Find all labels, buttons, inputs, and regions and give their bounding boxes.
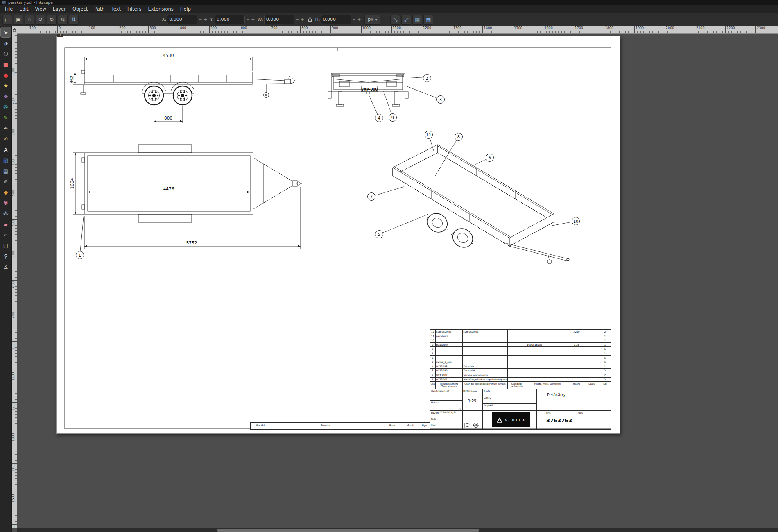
scale-stroke-button[interactable]: ⤡: [390, 15, 400, 25]
parts-table-row: 5runko_2_aks1: [430, 360, 611, 364]
parts-table-cell: 1: [430, 378, 436, 382]
ent-box: Ent. 3763763: [536, 410, 574, 430]
select-same-button[interactable]: ▣: [14, 15, 23, 25]
horizontal-scrollbar[interactable]: [17, 528, 778, 532]
ruler-origin-lock[interactable]: [11, 26, 17, 33]
rear-view[interactable]: VXP-000: [328, 73, 408, 106]
product-box: Peräkärry: [536, 389, 611, 411]
box3d-tool-icon: ❖: [3, 93, 8, 100]
h-spin-down-icon[interactable]: −: [352, 17, 356, 22]
logo-box: VERTEX: [482, 410, 537, 430]
spiral-tool[interactable]: ✇: [1, 102, 11, 112]
parts-table-cell: [463, 334, 508, 339]
pencil-tool[interactable]: ✎: [1, 113, 11, 122]
document-page[interactable]: 4530 362 800: [56, 36, 620, 434]
paint-bucket-tool[interactable]: ◆: [1, 187, 11, 197]
y-field-group: Y:−+: [210, 15, 255, 24]
ruler-tick: 800: [300, 26, 301, 33]
shape-builder-tool-icon: ⬡: [3, 51, 8, 57]
callout-number: 5: [378, 232, 380, 237]
node-tool[interactable]: ⬗: [1, 38, 11, 48]
parts-table-row: 3VXT3059Takavalot2: [430, 369, 611, 373]
side-view[interactable]: 4530 362 800: [69, 53, 295, 123]
parts-table-cell: 1: [599, 356, 611, 360]
unit-selector[interactable]: px ▾: [364, 15, 380, 25]
projekti-box: Projekti: [482, 403, 537, 411]
menu-item-object[interactable]: Object: [69, 5, 91, 13]
menu-item-layer[interactable]: Layer: [50, 5, 69, 13]
calligraphy-tool[interactable]: ✍: [1, 134, 11, 144]
callout-leader: [407, 86, 441, 100]
w-spin-down-icon[interactable]: −: [295, 17, 299, 22]
ruler-tick: 900: [11, 311, 17, 311]
horizontal-scrollbar-thumb[interactable]: [217, 529, 479, 532]
tweak-tool[interactable]: ✾: [1, 198, 11, 208]
shape-builder-tool[interactable]: ⬡: [1, 49, 11, 59]
y-spin-up-icon[interactable]: +: [251, 17, 255, 22]
rect-tool[interactable]: ■: [1, 59, 11, 69]
parts-table-cell: Laatu: [584, 382, 599, 389]
menu-item-filters[interactable]: Filters: [124, 5, 145, 13]
scale-gradients-button[interactable]: ▧: [412, 15, 422, 25]
menu-item-extensions[interactable]: Extensions: [145, 5, 176, 13]
revision-column-hyv: Hyv.: [419, 423, 430, 429]
title-block[interactable]: 12suorakulmiosuorakulmio2210211peralauta…: [430, 329, 611, 429]
selector-tool[interactable]: ➤: [1, 27, 11, 37]
parts-table-cell: [569, 356, 584, 360]
parts-table-cell: [508, 334, 526, 339]
eraser-tool[interactable]: ▰: [1, 219, 11, 229]
lock-ratio-button[interactable]: [307, 17, 313, 22]
vertical-ruler[interactable]: 1002003004005006007008009001000110012001…: [11, 33, 17, 528]
mesh-gradient-tool[interactable]: ▦: [1, 166, 11, 176]
zoom-tool[interactable]: ⚲: [1, 251, 11, 261]
ruler-tick: 1300: [11, 433, 17, 433]
spray-tool[interactable]: ⁂: [1, 208, 11, 218]
flip-horizontal-button[interactable]: ⇆: [58, 15, 68, 25]
menu-item-path[interactable]: Path: [91, 5, 108, 13]
pen-tool[interactable]: ✒: [1, 123, 11, 133]
measure-tool[interactable]: ∡: [1, 262, 11, 272]
parts-table-header: OsaPiirustusnumero TavaratunnusOsan tai …: [430, 382, 611, 389]
text-tool[interactable]: A: [1, 145, 11, 154]
hruler-minor-ticks: [17, 31, 778, 33]
scale-corners-button[interactable]: ⤢: [401, 15, 411, 25]
x-spin-up-icon[interactable]: +: [204, 17, 208, 22]
menu-item-text[interactable]: Text: [108, 5, 124, 13]
w-spin-up-icon[interactable]: +: [300, 17, 304, 22]
ruler-tick: 500: [11, 189, 17, 189]
y-input[interactable]: [215, 15, 245, 24]
connector-tool[interactable]: ⌐: [1, 230, 11, 240]
inkscape-logo-icon: [2, 1, 6, 4]
top-view[interactable]: 1664 4476 5752: [70, 145, 302, 249]
deselect-button[interactable]: ◌: [25, 15, 34, 25]
x-input[interactable]: [167, 15, 197, 24]
x-spin-down-icon[interactable]: −: [198, 17, 202, 22]
star-tool[interactable]: ★: [1, 81, 11, 91]
scale-patterns-button[interactable]: ▦: [423, 15, 433, 25]
menu-item-edit[interactable]: Edit: [16, 5, 32, 13]
menu-item-view[interactable]: View: [32, 5, 50, 13]
h-field-label: H:: [315, 17, 320, 22]
gradient-tool[interactable]: ▧: [1, 155, 11, 165]
menu-item-file[interactable]: File: [2, 5, 16, 13]
menu-item-help[interactable]: Help: [177, 5, 194, 13]
y-spin-down-icon[interactable]: −: [246, 17, 250, 22]
h-spin-up-icon[interactable]: +: [357, 17, 361, 22]
rotate-ccw-button[interactable]: ↺: [36, 15, 45, 25]
horizontal-ruler[interactable]: -100010020030040050060070080090010001100…: [17, 26, 778, 34]
box3d-tool[interactable]: ❖: [1, 91, 11, 101]
select-all-button[interactable]: ⬚: [2, 15, 12, 25]
canvas[interactable]: 1: [17, 33, 778, 528]
rotate-cw-button[interactable]: ↻: [47, 15, 57, 25]
callout-number: 3: [439, 97, 442, 102]
parts-table-cell: [584, 378, 599, 382]
flip-vertical-button[interactable]: ⇅: [69, 15, 79, 25]
w-input[interactable]: [264, 15, 294, 24]
isometric-view[interactable]: [393, 145, 569, 264]
dropper-tool[interactable]: ✐: [1, 177, 11, 186]
ellipse-tool[interactable]: ●: [1, 70, 11, 80]
callout-number: 6: [489, 156, 491, 160]
h-input[interactable]: [321, 15, 351, 24]
page-tool[interactable]: ▢: [1, 240, 11, 250]
parts-table-cell: [508, 360, 526, 364]
